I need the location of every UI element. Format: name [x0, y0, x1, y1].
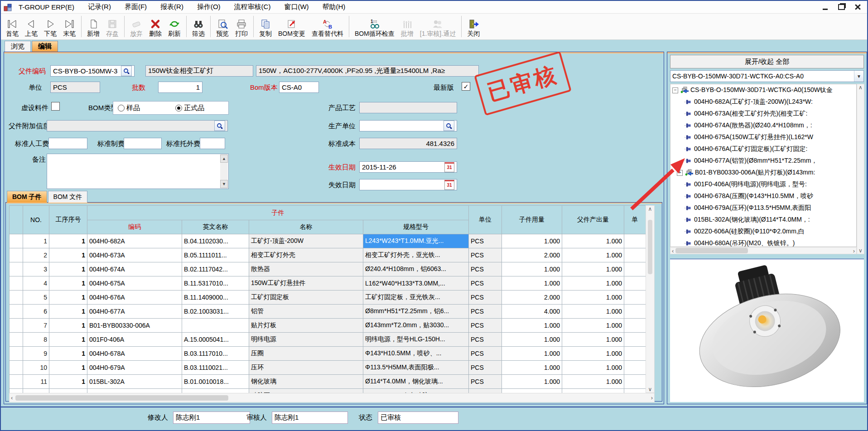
- tree-node[interactable]: 001F0-406A(明纬电源)(明纬电源，型号:: [670, 179, 856, 190]
- scroll-left-icon[interactable]: ‹: [672, 247, 674, 254]
- scroll-right-icon[interactable]: ›: [651, 394, 653, 401]
- batch-add-button[interactable]: 批增: [398, 14, 417, 39]
- close-icon[interactable]: [853, 3, 863, 12]
- restore-icon[interactable]: [836, 3, 846, 12]
- first-record-button[interactable]: 首笔: [3, 14, 22, 39]
- scrollbar-thumb[interactable]: [675, 248, 748, 253]
- bom-loop-check-button[interactable]: 1 BOM循环检查: [352, 14, 398, 39]
- table-vertical-scrollbar[interactable]: ∧ ∨: [646, 205, 655, 393]
- tree-horizontal-scrollbar[interactable]: ‹ ›: [670, 247, 857, 254]
- tree-node[interactable]: 004H0-678A(压圈)(Φ143*H10.5MM，喷砂: [670, 190, 856, 202]
- scroll-down-icon[interactable]: ▼: [220, 180, 228, 188]
- bom-type-radio-formal[interactable]: 正式品: [175, 104, 204, 112]
- batch-field[interactable]: 1: [158, 82, 203, 93]
- outsource-cost-field[interactable]: [200, 138, 225, 149]
- scroll-left-icon[interactable]: ‹: [11, 394, 13, 401]
- prod-unit-lookup-icon[interactable]: [444, 121, 454, 131]
- table-row[interactable]: 81001F0-406AA.15.0005041...明纬电源明纬电源，型号HL…: [10, 333, 646, 347]
- labor-cost-field[interactable]: [48, 138, 87, 149]
- tree-node[interactable]: 004H0-677A(铝管)(Ø8mm*H51*T2.25mm，: [670, 155, 856, 167]
- tree-node-expandable[interactable]: + B01-BYB00330-006A(贴片灯板)(Ø143mm:: [670, 167, 856, 179]
- scroll-up-icon[interactable]: ▲: [220, 155, 228, 163]
- table-row[interactable]: 71B01-BYB00330-006A贴片灯板Ø143mm*T2.0mm，贴30…: [10, 319, 646, 333]
- tab-bom-children[interactable]: BOM 子件: [7, 191, 47, 203]
- discard-button[interactable]: 放弃: [127, 14, 146, 39]
- table-row[interactable]: 41004H0-675AB.11.5317010...150W工矿灯悬挂件L16…: [10, 276, 646, 291]
- tree-node[interactable]: 004H0-676A(工矿灯固定板)(工矿灯固定:: [670, 143, 856, 155]
- menu-report[interactable]: 报表(R): [154, 1, 190, 13]
- tab-edit[interactable]: 编辑: [32, 41, 58, 52]
- mfg-cost-field[interactable]: [124, 138, 162, 149]
- last-record-button[interactable]: 末笔: [60, 14, 79, 39]
- menu-tgroup-erp[interactable]: T-GROUP ERP(E): [12, 1, 81, 13]
- save-button[interactable]: 存盘: [103, 14, 122, 39]
- prev-record-button[interactable]: 上笔: [22, 14, 41, 39]
- tree-node[interactable]: 015BL-302A(钢化玻璃)(Ø114*T4.0MM，:: [670, 214, 856, 226]
- tab-bom-files[interactable]: BOM 文件: [48, 191, 88, 203]
- tree-node[interactable]: 004H0-675A(150W工矿灯悬挂件)(L162*W: [670, 131, 856, 143]
- calendar-icon[interactable]: 31: [444, 180, 454, 190]
- preview-button[interactable]: 预览: [213, 14, 232, 39]
- table-row[interactable]: 21004H0-673AB.05.1111011...相变工矿灯外壳相变工矿灯外…: [10, 248, 646, 262]
- menu-window[interactable]: 窗口(W): [277, 1, 315, 13]
- tab-browse[interactable]: 浏览: [5, 41, 31, 52]
- collapse-minus-icon[interactable]: −: [672, 87, 678, 93]
- selected-cell[interactable]: L243*W243*T1.0MM.亚光...: [363, 234, 469, 248]
- parent-code-lookup-icon[interactable]: [121, 66, 132, 76]
- scroll-up-icon[interactable]: ∧: [858, 84, 863, 91]
- next-record-button[interactable]: 下笔: [41, 14, 60, 39]
- print-button[interactable]: 打印: [232, 14, 251, 39]
- tree-node[interactable]: 004H0-673A(相变工矿灯外壳)(相变工矿:: [670, 108, 856, 120]
- table-row[interactable]: 101004H0-679AB.03.1110021...压环Φ113.5*H5M…: [10, 361, 646, 375]
- scroll-down-icon[interactable]: ∨: [858, 247, 863, 254]
- calendar-icon[interactable]: 31: [444, 162, 454, 172]
- tree-root-node[interactable]: − CS-BYB-O-150MW-30D71-WCTKG-A0(150W钛金: [670, 84, 856, 96]
- expand-collapse-all-button[interactable]: 展开/收起 全部: [670, 55, 864, 68]
- table-row[interactable]: 111015BL-302AB.01.0010018...钢化玻璃Ø114*T4.…: [10, 375, 646, 389]
- scrollbar-thumb[interactable]: [15, 395, 228, 401]
- menu-operation[interactable]: 操作(O): [190, 1, 227, 13]
- table-row[interactable]: 11004H0-682AB.04.1102030...工矿灯-顶盖-200WL2…: [10, 234, 646, 248]
- latest-version-checkbox[interactable]: ✓: [462, 82, 470, 91]
- table-row[interactable]: 61004H0-677AB.02.1003031...铝管Ø8mm*H51*T2…: [10, 305, 646, 319]
- tree-node[interactable]: 002Z0-606A(硅胶圈)(Φ110*Φ2.0mm,白: [670, 226, 856, 237]
- scrollbar-thumb[interactable]: [648, 220, 652, 274]
- effective-date-field[interactable]: 2015-11-26 31: [359, 161, 457, 173]
- parent-extra-lookup-icon[interactable]: [214, 121, 225, 131]
- add-button[interactable]: 新增: [84, 14, 103, 39]
- copy-button[interactable]: 复制: [256, 14, 275, 39]
- tree-node[interactable]: 004H0-679A(压环)(Φ113.5*H5MM,表面阳: [670, 202, 856, 214]
- remark-textarea[interactable]: ▲ ▼: [47, 154, 229, 189]
- prod-unit-field[interactable]: [359, 120, 457, 131]
- menu-help[interactable]: 帮助(H): [316, 1, 352, 13]
- virtual-part-checkbox[interactable]: [51, 102, 60, 111]
- table-horizontal-scrollbar[interactable]: ‹ ›: [9, 393, 655, 402]
- bom-version-field[interactable]: CS-A0: [279, 82, 319, 93]
- table-row[interactable]: 121002Z0-606AB.12.0540000...硅胶圈Φ110*Φ2.0…: [10, 389, 646, 393]
- approve-pass-button[interactable]: [1.审核].通过: [417, 14, 459, 39]
- parent-code-field[interactable]: CS-BYB-O-150MW-3: [50, 65, 135, 77]
- menu-workflow-audit[interactable]: 流程审核(C): [227, 1, 278, 13]
- tree-node[interactable]: 004H0-682A(工矿灯-顶盖-200W)(L243*W:: [670, 96, 856, 108]
- bom-version-dropdown[interactable]: CS-BYB-O-150MW-30D71-WCTKG-A0:CS-A0 ▼: [670, 70, 864, 82]
- chevron-down-icon[interactable]: ▼: [854, 71, 863, 82]
- remark-scrollbar[interactable]: ▲ ▼: [220, 155, 228, 188]
- refresh-button[interactable]: 刷新: [165, 14, 184, 39]
- tree-vertical-scrollbar[interactable]: ∧ ∨: [857, 84, 864, 254]
- menu-interface[interactable]: 界面(F): [118, 1, 154, 13]
- tree-node[interactable]: 004H0-674A(散热器)(Ø240.4*H108mm，:: [670, 120, 856, 131]
- table-row[interactable]: 91004H0-678AB.03.1117010...压圈Φ143*H10.5M…: [10, 347, 646, 361]
- scroll-down-icon[interactable]: ∨: [648, 386, 652, 392]
- scroll-right-icon[interactable]: ›: [853, 247, 855, 254]
- menu-record[interactable]: 记录(R): [81, 1, 118, 13]
- filter-button[interactable]: 筛选: [189, 14, 208, 39]
- bom-change-button[interactable]: BOM变更: [275, 14, 309, 39]
- bom-type-radio-sample[interactable]: 样品: [118, 104, 140, 112]
- table-row[interactable]: 31004H0-674AB.02.1117042...散热器Ø240.4*H10…: [10, 262, 646, 276]
- tree-node[interactable]: 004H0-680A(吊环)(M20、铁镀锌。): [670, 237, 856, 247]
- table-row[interactable]: 51004H0-676AB.11.1409000...工矿灯固定板工矿灯固定板，…: [10, 291, 646, 305]
- close-button[interactable]: 关闭: [464, 14, 483, 39]
- delete-button[interactable]: 删除: [146, 14, 165, 39]
- expire-date-field[interactable]: 31: [359, 179, 457, 190]
- view-substitute-button[interactable]: AB 查看替代料: [309, 14, 347, 39]
